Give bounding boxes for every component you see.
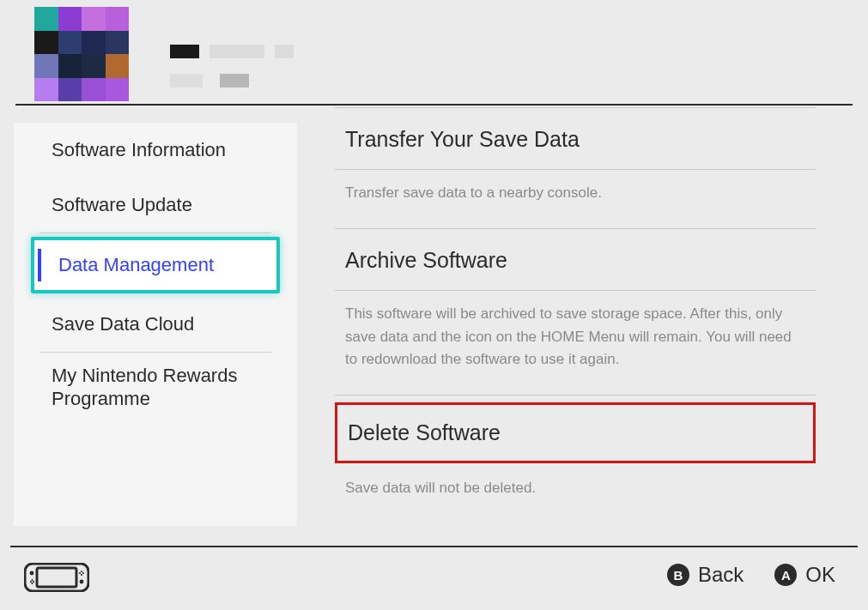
a-button-icon: A: [774, 564, 797, 586]
svg-point-10: [81, 571, 82, 572]
hint-ok[interactable]: A OK: [774, 563, 835, 587]
option-transfer-save-data[interactable]: Transfer Your Save Data Transfer save da…: [335, 107, 816, 228]
svg-point-5: [33, 581, 34, 583]
svg-point-2: [30, 571, 34, 576]
b-button-icon: B: [667, 564, 689, 586]
sidebar-item-label: Software Update: [52, 193, 192, 217]
option-archive-software[interactable]: Archive Software This software will be a…: [335, 228, 816, 395]
option-description: Save data will not be deleted.: [335, 463, 816, 523]
content-panel: Transfer Your Save Data Transfer save da…: [335, 107, 816, 524]
header: [15, 0, 853, 106]
sidebar-item-save-data-cloud[interactable]: Save Data Cloud: [14, 297, 297, 352]
option-description: This software will be archived to save s…: [335, 291, 816, 395]
sidebar-item-label: My Nintendo Rewards Programme: [52, 364, 258, 411]
option-delete-software[interactable]: Delete Software: [335, 402, 816, 463]
hint-back[interactable]: B Back: [667, 563, 744, 587]
software-title-placeholder: [170, 45, 294, 58]
sidebar-item-label: Software Information: [52, 138, 226, 162]
option-title: Archive Software: [335, 229, 816, 290]
selection-indicator: [38, 249, 41, 281]
sidebar-item-label: Data Management: [58, 253, 214, 277]
main: Software Information Software Update Dat…: [0, 107, 868, 547]
controller-icon[interactable]: [24, 563, 89, 592]
footer-divider: [10, 546, 858, 547]
svg-point-11: [81, 574, 82, 576]
option-delete-software-group: Delete Software Save data will not be de…: [335, 395, 816, 523]
software-subtitle-placeholder: [170, 74, 249, 88]
sidebar-item-software-information[interactable]: Software Information: [14, 123, 297, 178]
sidebar: Software Information Software Update Dat…: [14, 123, 297, 526]
sidebar-divider: [39, 233, 271, 233]
svg-point-4: [30, 581, 32, 583]
sidebar-item-label: Save Data Cloud: [52, 312, 194, 336]
option-title: Delete Software: [337, 405, 813, 461]
svg-point-8: [79, 572, 81, 574]
option-description: Transfer save data to a nearby console.: [335, 170, 816, 228]
sidebar-item-data-management[interactable]: Data Management: [31, 237, 280, 293]
sidebar-item-software-update[interactable]: Software Update: [14, 178, 297, 233]
svg-point-9: [82, 572, 84, 574]
software-icon: [34, 7, 129, 101]
hint-label: OK: [805, 563, 835, 587]
svg-rect-1: [37, 568, 76, 587]
footer: B Back A OK: [0, 546, 868, 610]
sidebar-item-my-nintendo-rewards[interactable]: My Nintendo Rewards Programme: [14, 353, 297, 421]
hint-label: Back: [698, 563, 744, 587]
svg-point-6: [31, 579, 33, 581]
svg-point-7: [31, 583, 33, 584]
button-hints: B Back A OK: [667, 563, 835, 587]
svg-point-3: [80, 580, 84, 584]
option-title: Transfer Your Save Data: [335, 108, 816, 169]
